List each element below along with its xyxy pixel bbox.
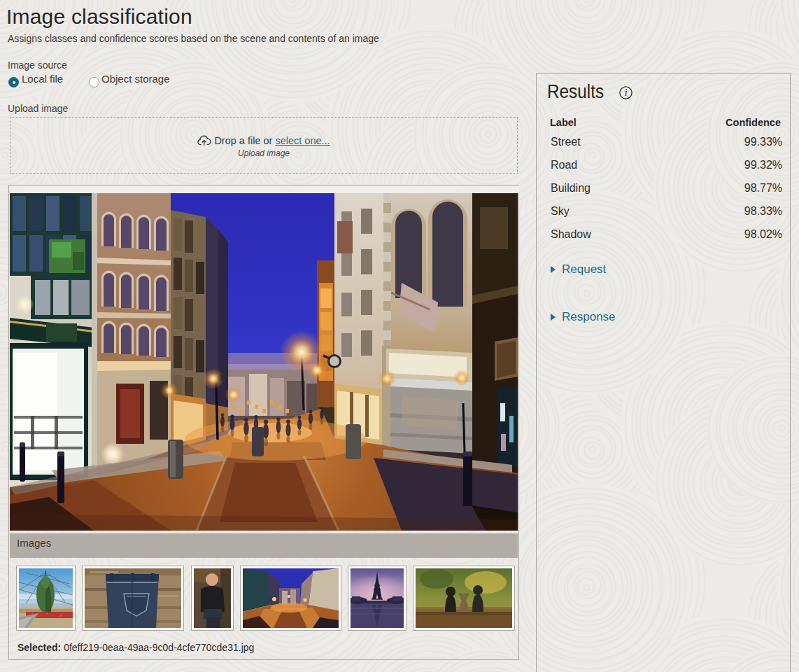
svg-text:i: i <box>625 88 628 98</box>
